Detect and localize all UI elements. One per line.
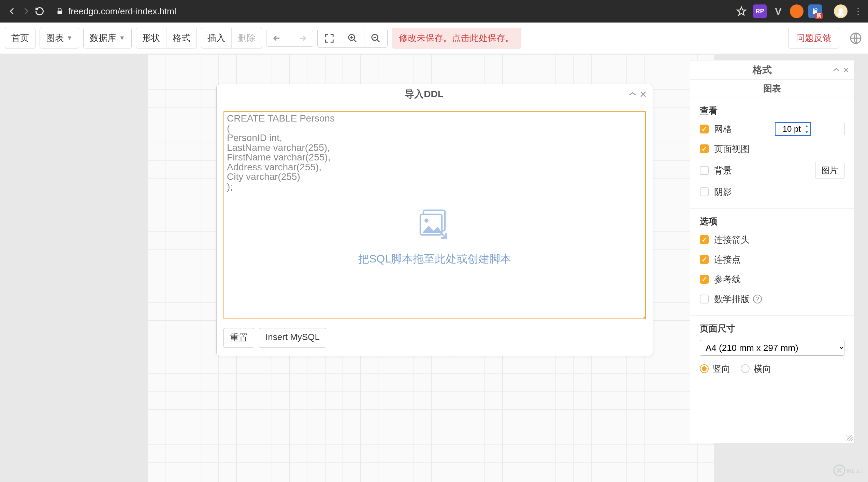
import-ddl-dialog: 导入DDL 把SQL脚本拖至此处或 — [216, 84, 653, 356]
image-button[interactable]: 图片 — [815, 162, 844, 179]
shape-style-group: 形状 格式 — [136, 28, 197, 48]
zoom-out-button[interactable] — [364, 29, 387, 47]
zoom-group — [317, 29, 388, 48]
label-portrait: 竖向 — [713, 363, 730, 375]
extension-rp-icon[interactable]: RP — [753, 4, 767, 18]
checkbox-shadow[interactable] — [700, 187, 709, 196]
checkbox-guide[interactable] — [700, 275, 709, 284]
section-options: 选项 连接箭头 连接点 参考线 数学排版 ? — [690, 209, 854, 316]
reset-button[interactable]: 重置 — [223, 328, 254, 348]
extension-badge: 新 — [815, 13, 823, 19]
zoom-in-button[interactable] — [341, 29, 364, 47]
database-menu[interactable]: 数据库▼ — [83, 28, 132, 48]
grid-size-input[interactable]: ▲▼ — [775, 122, 811, 136]
separator — [829, 5, 829, 17]
style-button[interactable]: 格式 — [166, 28, 197, 48]
checkbox-point[interactable] — [700, 255, 709, 264]
insert-mysql-button[interactable]: Insert MySQL — [259, 328, 326, 348]
fullscreen-button[interactable] — [318, 29, 341, 47]
insert-button[interactable]: 插入 — [201, 28, 231, 48]
svg-text:创新互联: 创新互联 — [846, 468, 863, 473]
grid-size-field[interactable] — [776, 123, 803, 135]
delete-button[interactable]: 删除 — [231, 28, 262, 48]
section-title-view: 查看 — [700, 105, 844, 117]
checkbox-background[interactable] — [700, 166, 709, 175]
label-background: 背景 — [714, 165, 732, 176]
extension-blue-icon[interactable]: 旨新 — [808, 4, 822, 18]
home-button[interactable]: 首页 — [5, 28, 35, 48]
redo-button[interactable] — [290, 30, 313, 46]
forward-button[interactable] — [19, 4, 33, 18]
section-page: 页面尺寸 A4 (210 mm x 297 mm) 竖向 横向 — [690, 316, 854, 385]
tab-chart[interactable]: 图表 — [690, 80, 854, 98]
app-toolbar: 首页 图表▼ 数据库▼ 形状 格式 插入 删除 修改未保存。点击此处保存。 问题… — [0, 23, 868, 54]
section-title-page: 页面尺寸 — [700, 323, 844, 335]
panel-header: 格式 — [690, 60, 854, 80]
help-icon[interactable]: ? — [753, 295, 762, 303]
globe-icon[interactable] — [848, 31, 863, 46]
collapse-icon[interactable] — [833, 68, 840, 72]
browser-chrome: freedgo.com/erd-index.html RP V 旨新 ⋮ — [0, 0, 868, 23]
radio-landscape[interactable] — [741, 364, 750, 373]
panel-resize-handle[interactable] — [847, 435, 853, 441]
extension-v-icon[interactable]: V — [771, 4, 785, 18]
checkbox-math[interactable] — [700, 295, 709, 303]
grid-color-swatch[interactable] — [816, 123, 844, 135]
minimize-icon[interactable] — [629, 91, 636, 97]
panel-tabs: 图表 — [690, 80, 854, 98]
star-icon[interactable] — [735, 4, 748, 18]
close-icon[interactable] — [640, 91, 647, 98]
panel-title: 格式 — [695, 63, 829, 76]
label-guide: 参考线 — [714, 273, 741, 285]
chevron-down-icon: ▼ — [119, 34, 125, 42]
extension-orange-icon[interactable] — [790, 4, 804, 18]
ddl-textarea[interactable] — [223, 111, 646, 319]
checkbox-pageview[interactable] — [700, 144, 709, 153]
save-warning[interactable]: 修改未保存。点击此处保存。 — [392, 28, 521, 48]
undo-redo-group — [266, 30, 313, 47]
format-panel: 格式 图表 查看 网格 ▲▼ — [690, 60, 854, 443]
checkbox-arrow[interactable] — [700, 235, 709, 244]
back-button[interactable] — [5, 4, 19, 18]
label-grid: 网格 — [714, 123, 732, 135]
url-text: freedgo.com/erd-index.html — [68, 6, 176, 17]
chart-menu[interactable]: 图表▼ — [40, 28, 79, 48]
menu-icon[interactable]: ⋮ — [854, 6, 863, 17]
label-math: 数学排版 — [714, 293, 750, 305]
label-landscape: 横向 — [754, 363, 771, 375]
watermark-icon: 创新互联 — [833, 464, 863, 477]
insert-delete-group: 插入 删除 — [201, 28, 262, 48]
checkbox-grid[interactable] — [700, 125, 709, 133]
section-title-options: 选项 — [700, 215, 844, 227]
label-arrow: 连接箭头 — [714, 234, 750, 246]
step-down-icon[interactable]: ▼ — [803, 129, 810, 135]
avatar-icon[interactable] — [834, 4, 848, 18]
dialog-title: 导入DDL — [223, 88, 625, 101]
chevron-down-icon: ▼ — [67, 34, 73, 42]
reload-button[interactable] — [33, 4, 46, 18]
label-point: 连接点 — [714, 254, 741, 266]
shape-button[interactable]: 形状 — [136, 28, 166, 48]
lock-icon — [56, 8, 63, 15]
section-view: 查看 网格 ▲▼ 页面视图 背景 图片 — [690, 98, 854, 209]
workspace: 导入DDL 把SQL脚本拖至此处或 — [0, 54, 868, 482]
label-pageview: 页面视图 — [714, 143, 750, 155]
feedback-button[interactable]: 问题反馈 — [788, 28, 839, 48]
address-bar[interactable]: freedgo.com/erd-index.html — [56, 6, 176, 17]
step-up-icon[interactable]: ▲ — [803, 123, 810, 129]
page-size-select[interactable]: A4 (210 mm x 297 mm) — [700, 340, 844, 356]
undo-button[interactable] — [266, 30, 290, 46]
radio-portrait[interactable] — [700, 364, 709, 373]
dialog-header: 导入DDL — [217, 84, 653, 104]
svg-point-1 — [839, 8, 843, 13]
label-shadow: 阴影 — [714, 186, 732, 198]
close-icon[interactable] — [843, 67, 849, 73]
